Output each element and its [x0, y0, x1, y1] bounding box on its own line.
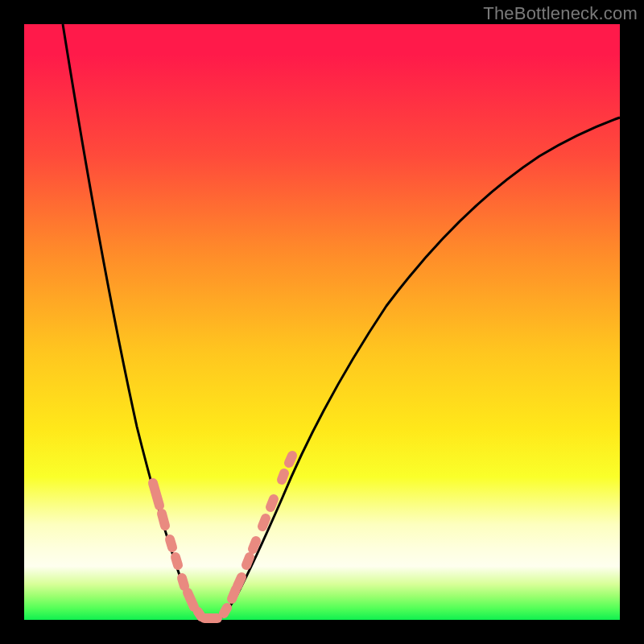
bottleneck-curve [24, 24, 620, 620]
highlight-dots [153, 456, 292, 618]
curve-left [63, 24, 203, 618]
chart-frame: TheBottleneck.com [0, 0, 644, 644]
plot-area [24, 24, 620, 620]
curve-right [221, 118, 620, 618]
watermark-text: TheBottleneck.com [483, 3, 638, 24]
